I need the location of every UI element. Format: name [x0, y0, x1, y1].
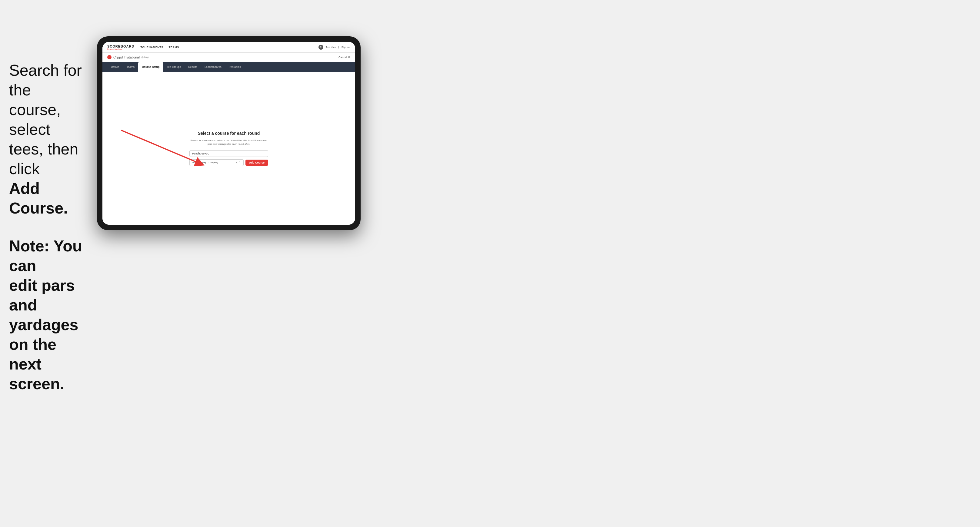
- tournament-badge: (Men): [142, 56, 149, 59]
- annotation-note-label: Note: You can: [9, 237, 82, 275]
- annotation-line1: Search for the: [9, 62, 82, 99]
- nav-links: TOURNAMENTS TEAMS: [140, 44, 318, 50]
- tablet-screen: SCOREBOARD Powered by clippd TOURNAMENTS…: [102, 42, 355, 225]
- annotation-line4: Add Course.: [9, 179, 68, 217]
- tab-leaderboards[interactable]: Leaderboards: [201, 62, 225, 72]
- tab-course-setup[interactable]: Course Setup: [138, 62, 163, 72]
- tab-results[interactable]: Results: [185, 62, 201, 72]
- nav-tournaments[interactable]: TOURNAMENTS: [140, 44, 163, 50]
- clear-icon[interactable]: ✕: [235, 161, 238, 164]
- tee-select-controls: ✕ ⌃: [235, 161, 241, 164]
- panel-description: Search for a course and select a tee. Yo…: [189, 139, 268, 146]
- chevron-down-icon[interactable]: ⌃: [239, 161, 241, 164]
- tab-teams[interactable]: Teams: [123, 62, 138, 72]
- annotation-line2: course, select: [9, 101, 61, 138]
- tournament-icon: C: [107, 55, 111, 59]
- course-setup-panel: Select a course for each round Search fo…: [189, 131, 268, 166]
- logo-area: SCOREBOARD Powered by clippd: [107, 44, 134, 50]
- nav-separator: |: [339, 46, 339, 48]
- tab-nav: Details Teams Course Setup Tee Groups Re…: [102, 62, 355, 72]
- logo-title: SCOREBOARD: [107, 44, 134, 48]
- tee-select[interactable]: Gold (M) (M) (7010 yds) ✕ ⌃: [189, 159, 243, 166]
- tablet-frame: SCOREBOARD Powered by clippd TOURNAMENTS…: [97, 37, 361, 230]
- logo-subtitle: Powered by clippd: [107, 48, 134, 50]
- tee-value: Gold (M) (M) (7010 yds): [192, 161, 218, 164]
- top-nav: SCOREBOARD Powered by clippd TOURNAMENTS…: [102, 42, 355, 53]
- panel-title: Select a course for each round: [189, 131, 268, 136]
- annotation-note-line4: next screen.: [9, 355, 64, 392]
- tab-printables[interactable]: Printables: [225, 62, 245, 72]
- annotation-add-course: Add Course: [9, 179, 63, 217]
- tee-select-row: Gold (M) (M) (7010 yds) ✕ ⌃ Add Course: [189, 159, 268, 166]
- tournament-header: C Clippd Invitational (Men) Cancel ✕: [102, 53, 355, 62]
- tournament-title: C Clippd Invitational (Men): [107, 55, 148, 59]
- annotation-panel: Search for the course, select tees, then…: [9, 60, 97, 394]
- annotation-note-line3: yardages on the: [9, 316, 78, 353]
- add-course-button[interactable]: Add Course: [245, 160, 268, 166]
- tournament-name: Clippd Invitational: [113, 56, 140, 59]
- course-search-input[interactable]: [189, 150, 268, 157]
- user-name: Test User: [326, 46, 336, 48]
- user-avatar: R: [318, 45, 323, 50]
- nav-teams[interactable]: TEAMS: [169, 44, 179, 50]
- annotation-line3: tees, then click: [9, 140, 78, 178]
- sign-out-link[interactable]: Sign out: [342, 46, 350, 48]
- tab-tee-groups[interactable]: Tee Groups: [163, 62, 185, 72]
- tab-details[interactable]: Details: [107, 62, 123, 72]
- cancel-x-icon: ✕: [348, 56, 350, 59]
- annotation-note-line2: edit pars and: [9, 276, 75, 314]
- cancel-button[interactable]: Cancel ✕: [339, 56, 350, 59]
- main-content: Select a course for each round Search fo…: [102, 72, 355, 225]
- top-nav-right: R Test User | Sign out: [318, 45, 350, 50]
